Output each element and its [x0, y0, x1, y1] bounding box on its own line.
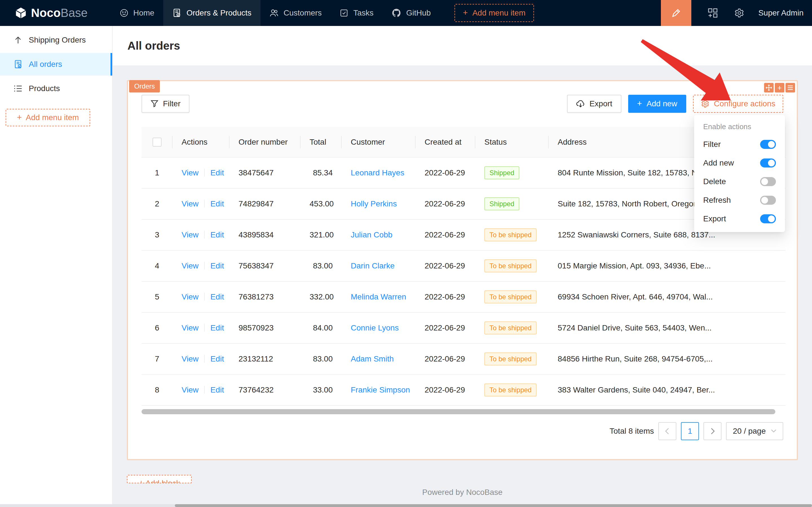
sidebar-item-products[interactable]: Products	[0, 77, 112, 100]
plugin-manager-button[interactable]	[708, 8, 718, 18]
divider	[204, 200, 205, 208]
view-link[interactable]: View	[182, 200, 198, 208]
add-block-button[interactable]: Add block	[127, 475, 192, 483]
customer-cell: Adam Smith	[342, 343, 416, 375]
row-index-cell: 5	[141, 281, 173, 313]
add-block-icon[interactable]: +	[775, 83, 785, 93]
customer-link[interactable]: Darin Clarke	[351, 262, 395, 270]
add-new-button[interactable]: Add new	[628, 95, 687, 113]
add-menu-item-button-sidebar[interactable]: Add menu item	[6, 109, 90, 126]
export-toggle[interactable]	[760, 214, 776, 223]
status-cell: Shipped	[475, 188, 549, 219]
dropdown-item-delete[interactable]: Delete	[694, 172, 785, 191]
nav-item-customers[interactable]: Customers	[260, 0, 331, 26]
edit-link[interactable]: Edit	[210, 230, 224, 239]
add-menu-item-button-navbar[interactable]: Add menu item	[455, 4, 534, 22]
customer-link[interactable]: Julian Cobb	[351, 230, 393, 239]
sidebar-item-shipping-orders[interactable]: Shipping Orders	[0, 29, 112, 51]
status-badge: To be shipped	[484, 322, 536, 334]
nav-item-home[interactable]: Home	[111, 0, 164, 26]
customer-link[interactable]: Leonard Hayes	[351, 168, 404, 177]
add-new-toggle[interactable]	[760, 159, 776, 168]
created-at-cell: 2022-06-29	[416, 188, 475, 219]
drag-move-icon[interactable]	[764, 83, 774, 93]
nav-item-github[interactable]: GitHub	[383, 0, 440, 26]
status-badge: To be shipped	[484, 228, 536, 241]
edit-link[interactable]: Edit	[210, 324, 224, 332]
edit-link[interactable]: Edit	[210, 354, 224, 363]
page-horizontal-scrollbar[interactable]	[0, 504, 812, 507]
nav-item-tasks[interactable]: Tasks	[331, 0, 383, 26]
view-link[interactable]: View	[182, 230, 198, 239]
edit-link[interactable]: Edit	[210, 262, 224, 270]
ui-editor-button[interactable]	[661, 0, 691, 26]
brand-name-bold: Noco	[31, 6, 61, 19]
page-1-button[interactable]: 1	[681, 422, 699, 440]
table-toolbar: Filter Export Add new	[141, 95, 783, 113]
row-index-cell: 1	[141, 157, 173, 188]
user-menu[interactable]: Super Admin	[758, 8, 804, 17]
view-link[interactable]: View	[182, 354, 198, 363]
view-link[interactable]: View	[182, 324, 198, 332]
edit-link[interactable]: Edit	[210, 386, 224, 394]
edit-link[interactable]: Edit	[210, 200, 224, 208]
actions-cell: ViewEdit	[173, 157, 230, 188]
nocobase-logo[interactable]: NocoBase	[0, 0, 88, 26]
horizontal-scrollbar[interactable]	[141, 409, 783, 414]
nav-item-orders-products[interactable]: Orders & Products	[163, 0, 260, 26]
dropdown-item-add-new[interactable]: Add new	[694, 154, 785, 172]
refresh-toggle[interactable]	[760, 196, 776, 205]
address-cell: 015 Margie Mission, Apt. 093, 34936, Ebe…	[549, 250, 786, 281]
divider	[204, 169, 205, 176]
filter-toggle[interactable]	[760, 140, 776, 149]
address-cell: 84856 Hirthe Run, Suite 268, 94754-6705,…	[549, 343, 786, 375]
actions-cell: ViewEdit	[173, 313, 230, 343]
select-all-checkbox[interactable]	[153, 137, 162, 147]
customer-cell: Holly Perkins	[342, 188, 416, 219]
configure-actions-button[interactable]: Configure actions	[693, 95, 783, 113]
customer-link[interactable]: Adam Smith	[351, 354, 394, 363]
scrollbar-thumb[interactable]	[141, 409, 775, 414]
funnel-icon	[151, 100, 159, 108]
view-link[interactable]: View	[182, 292, 198, 301]
export-button[interactable]: Export	[567, 95, 622, 113]
page-size-select[interactable]: 20 / page	[726, 422, 783, 440]
delete-toggle[interactable]	[760, 177, 776, 186]
address-cell: 69934 Schoen River, Apt. 646, 49704, Wal…	[549, 281, 786, 313]
prev-page-button[interactable]	[658, 422, 676, 440]
address-cell: 5724 Daniel Drive, Suite 563, 54403, Wen…	[549, 313, 786, 343]
plus-icon	[637, 99, 642, 108]
dropdown-item-filter[interactable]: Filter	[694, 135, 785, 154]
view-link[interactable]: View	[182, 168, 198, 177]
next-page-button[interactable]	[703, 422, 721, 440]
row-index-cell: 7	[141, 343, 173, 375]
view-link[interactable]: View	[182, 386, 198, 394]
dropdown-item-export[interactable]: Export	[694, 210, 785, 228]
page-scrollbar-thumb[interactable]	[175, 504, 812, 507]
customer-link[interactable]: Frankie Simpson	[351, 386, 410, 394]
filter-button[interactable]: Filter	[141, 95, 189, 113]
view-link[interactable]: View	[182, 262, 198, 270]
nocobase-app: NocoBase Home Orders & Products Customer…	[0, 0, 812, 507]
chevron-down-icon	[771, 429, 776, 433]
check-square-icon	[340, 9, 348, 17]
customer-link[interactable]: Connie Lyons	[351, 324, 399, 332]
gear-icon	[701, 100, 709, 108]
sidebar-item-label: Products	[29, 84, 60, 93]
actions-cell: ViewEdit	[173, 281, 230, 313]
add-menu-item-label: Add menu item	[472, 8, 525, 17]
sidebar-item-all-orders[interactable]: All orders	[0, 53, 112, 75]
settings-gear-icon[interactable]	[734, 8, 744, 18]
column-header-created-at: Created at	[416, 127, 475, 157]
order-number-cell: 76381273	[230, 281, 300, 313]
edit-link[interactable]: Edit	[210, 292, 224, 301]
customer-link[interactable]: Melinda Warren	[351, 292, 406, 301]
block-menu-icon[interactable]	[786, 83, 795, 93]
customer-link[interactable]: Holly Perkins	[351, 200, 397, 208]
row-index-cell: 4	[141, 250, 173, 281]
edit-link[interactable]: Edit	[210, 168, 224, 177]
nav-item-label: Tasks	[353, 8, 373, 17]
highlighter-icon	[671, 7, 682, 19]
dropdown-item-refresh[interactable]: Refresh	[694, 191, 785, 210]
table-row: 5 ViewEdit 76381273 332.00 Melinda Warre…	[141, 281, 786, 313]
